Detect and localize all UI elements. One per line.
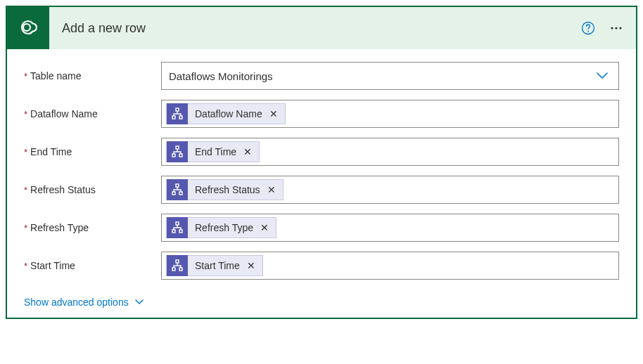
svg-rect-20: [179, 268, 182, 271]
card-body: * Table name Dataflows Monitorings * Dat…: [7, 49, 636, 318]
field-row-refresh-status: * Refresh Status Refresh Status ✕: [24, 176, 619, 204]
required-star: *: [24, 223, 27, 233]
token-label: Start Time: [195, 260, 240, 271]
svg-rect-13: [172, 192, 175, 195]
remove-token-button[interactable]: ✕: [268, 108, 279, 119]
flow-icon: [167, 179, 188, 200]
required-star: *: [24, 185, 27, 195]
svg-rect-14: [179, 192, 182, 195]
field-row-start-time: * Start Time Start Time ✕: [24, 252, 619, 280]
help-icon: [581, 21, 595, 35]
table-name-select[interactable]: Dataflows Monitorings: [161, 62, 619, 90]
flow-icon: [167, 103, 188, 124]
card-title: Add a new row: [49, 21, 577, 36]
dynamic-token[interactable]: End Time ✕: [166, 141, 260, 162]
end-time-input[interactable]: End Time ✕: [161, 138, 619, 166]
field-label: Start Time: [30, 260, 75, 271]
start-time-input[interactable]: Start Time ✕: [161, 252, 619, 280]
field-label: End Time: [30, 146, 72, 157]
required-star: *: [24, 71, 27, 82]
dynamic-token[interactable]: Start Time ✕: [166, 255, 263, 276]
svg-point-5: [619, 27, 621, 29]
svg-point-0: [23, 24, 30, 31]
token-label: End Time: [195, 146, 236, 157]
token-label: Dataflow Name: [195, 108, 262, 119]
show-advanced-options-link[interactable]: Show advanced options: [24, 297, 144, 308]
field-label: Refresh Status: [30, 184, 96, 195]
svg-rect-11: [179, 154, 182, 157]
connector-icon-box: [7, 7, 49, 49]
required-star: *: [24, 147, 27, 157]
svg-point-3: [611, 27, 613, 29]
help-button[interactable]: [577, 17, 599, 39]
remove-token-button[interactable]: ✕: [259, 222, 270, 233]
svg-rect-6: [176, 108, 179, 111]
label-table-name: * Table name: [24, 70, 161, 82]
refresh-status-input[interactable]: Refresh Status ✕: [161, 176, 619, 204]
token-label: Refresh Status: [195, 184, 260, 195]
dynamic-token[interactable]: Refresh Type ✕: [166, 217, 276, 238]
ellipsis-icon: [609, 21, 623, 35]
label-refresh-type: * Refresh Type: [24, 222, 161, 233]
flow-icon: [167, 217, 188, 238]
label-end-time: * End Time: [24, 146, 161, 157]
svg-rect-16: [172, 230, 175, 233]
required-star: *: [24, 109, 27, 119]
more-menu-button[interactable]: [605, 17, 628, 39]
svg-rect-10: [172, 154, 175, 157]
dataverse-icon: [16, 15, 40, 41]
svg-rect-9: [176, 146, 179, 149]
label-dataflow-name: * Dataflow Name: [24, 108, 161, 119]
field-row-end-time: * End Time End Time ✕: [24, 138, 619, 166]
label-start-time: * Start Time: [24, 260, 161, 271]
field-label: Table name: [30, 70, 81, 82]
svg-rect-19: [172, 268, 175, 271]
dataflow-name-input[interactable]: Dataflow Name ✕: [161, 100, 619, 128]
svg-rect-8: [179, 116, 182, 119]
flow-icon: [167, 141, 188, 162]
svg-rect-7: [172, 116, 175, 119]
dynamic-token[interactable]: Dataflow Name ✕: [166, 103, 286, 124]
token-label: Refresh Type: [195, 222, 253, 233]
field-row-refresh-type: * Refresh Type Refresh Type ✕: [24, 214, 619, 242]
required-star: *: [24, 261, 27, 271]
field-row-table-name: * Table name Dataflows Monitorings: [24, 62, 619, 90]
svg-rect-17: [179, 230, 182, 233]
flow-icon: [167, 255, 188, 276]
svg-point-4: [615, 27, 617, 29]
refresh-type-input[interactable]: Refresh Type ✕: [161, 214, 619, 242]
svg-point-2: [587, 31, 589, 32]
chevron-down-icon: [596, 70, 609, 82]
svg-rect-12: [176, 184, 179, 187]
field-label: Dataflow Name: [30, 108, 98, 119]
remove-token-button[interactable]: ✕: [246, 260, 257, 271]
remove-token-button[interactable]: ✕: [266, 184, 277, 195]
label-refresh-status: * Refresh Status: [24, 184, 161, 195]
dynamic-token[interactable]: Refresh Status ✕: [166, 179, 284, 200]
field-label: Refresh Type: [30, 222, 89, 233]
svg-rect-15: [176, 222, 179, 225]
svg-rect-18: [176, 260, 179, 263]
advanced-label: Show advanced options: [24, 297, 129, 308]
card-header: Add a new row: [7, 7, 636, 49]
select-value: Dataflows Monitorings: [169, 70, 273, 82]
chevron-down-icon: [134, 297, 144, 308]
action-card: Add a new row * Table name Da: [6, 6, 637, 319]
remove-token-button[interactable]: ✕: [242, 146, 253, 157]
field-row-dataflow-name: * Dataflow Name Dataflow Name ✕: [24, 100, 619, 128]
